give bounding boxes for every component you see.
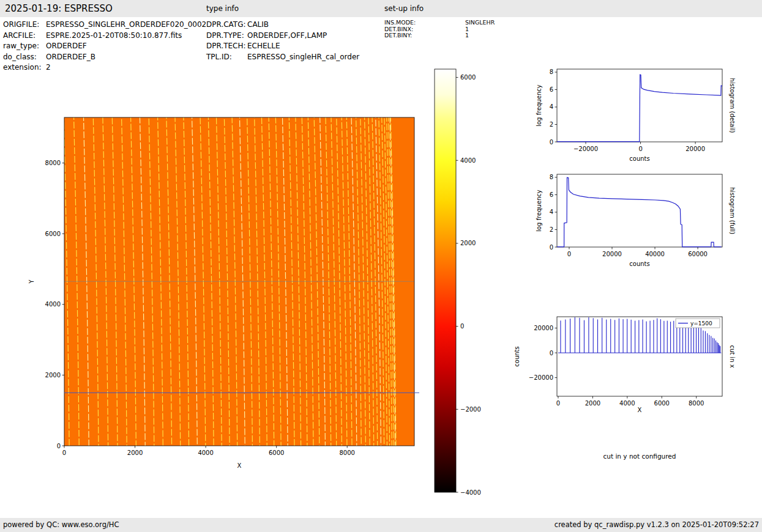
meta-row-origfile: ORIGFILE: ESPRESSO_SINGLEHR_ORDERDEF020_… xyxy=(3,20,206,31)
cut-in-y-note: cut in y not configured xyxy=(603,453,676,460)
cut-in-x-legend: y=1500 xyxy=(676,319,720,328)
svg-text:4000: 4000 xyxy=(45,301,61,308)
svg-text:−2000: −2000 xyxy=(460,406,481,413)
svg-text:X: X xyxy=(237,462,242,469)
svg-text:log frequency: log frequency xyxy=(536,84,542,127)
svg-text:0: 0 xyxy=(550,244,553,251)
colorbar: 6000400020000−2000−4000 xyxy=(435,69,481,496)
svg-text:0: 0 xyxy=(550,350,553,357)
file-info-column: ORIGFILE: ESPRESSO_SINGLEHR_ORDERDEF020_… xyxy=(3,20,206,73)
svg-text:8000: 8000 xyxy=(689,400,704,407)
svg-text:−20000: −20000 xyxy=(573,146,598,152)
svg-text:0: 0 xyxy=(550,139,553,146)
histogram-detail-plot: −2000002000002468countslog frequencyhist… xyxy=(536,68,736,162)
svg-text:0: 0 xyxy=(638,146,642,152)
meta-value-rawtype: ORDERDEF xyxy=(46,41,87,52)
svg-text:0: 0 xyxy=(556,400,560,407)
meta-row-arcfile: ARCFILE: ESPRE.2025-01-20T08:50:10.877.f… xyxy=(3,31,206,42)
type-info-heading: type info xyxy=(206,4,239,13)
meta-label-detbiny: DET.BINY: xyxy=(384,32,465,39)
svg-text:4000: 4000 xyxy=(198,449,213,456)
svg-text:4: 4 xyxy=(550,209,553,215)
svg-text:6000: 6000 xyxy=(654,400,670,407)
svg-text:8000: 8000 xyxy=(45,160,61,166)
page-title: 2025-01-19: ESPRESSO xyxy=(5,3,113,14)
svg-text:6000: 6000 xyxy=(460,74,476,81)
header-bar: 2025-01-19: ESPRESSO type info set-up in… xyxy=(0,0,762,17)
meta-row-detbiny: DET.BINY: 1 xyxy=(384,32,495,39)
svg-text:histogram (detail): histogram (detail) xyxy=(729,78,736,133)
svg-text:0: 0 xyxy=(57,443,61,449)
svg-text:2000: 2000 xyxy=(45,372,61,379)
meta-row-tplid: TPL.ID: ESPRESSO_singleHR_cal_order xyxy=(206,52,359,63)
footer-created-by: created by qc_rawdisp.py v1.2.3 on 2025-… xyxy=(555,520,759,529)
setup-info-heading: set-up info xyxy=(384,4,424,13)
svg-text:0: 0 xyxy=(460,323,464,330)
meta-row-doclass: do_class: ORDERDEF_B xyxy=(3,52,206,63)
type-info-column: DPR.CATG: CALIB DPR.TYPE: ORDERDEF,OFF,L… xyxy=(206,20,359,62)
setup-info-column: INS.MODE: SINGLEHR DET.BINX: 1 DET.BINY:… xyxy=(384,20,495,39)
svg-text:8: 8 xyxy=(550,68,553,75)
svg-text:6000: 6000 xyxy=(269,449,284,456)
svg-text:histogram (full): histogram (full) xyxy=(729,187,736,234)
svg-text:2000: 2000 xyxy=(127,449,143,456)
footer-qc-link-text: powered by QC: www.eso.org/HC xyxy=(3,520,119,529)
svg-text:20000: 20000 xyxy=(602,251,622,257)
svg-text:cut in x: cut in x xyxy=(729,345,736,368)
cut-in-x-plot: 02000400060008000−20000020000Xcountscut … xyxy=(514,317,736,413)
meta-label-origfile: ORIGFILE: xyxy=(3,20,46,31)
meta-value-tplid: ESPRESSO_singleHR_cal_order xyxy=(247,52,359,63)
meta-value-insmode: SINGLEHR xyxy=(465,20,495,26)
meta-value-extension: 2 xyxy=(46,62,51,73)
svg-text:6: 6 xyxy=(550,86,553,93)
svg-text:counts: counts xyxy=(629,155,649,162)
meta-label-arcfile: ARCFILE: xyxy=(3,31,46,42)
meta-value-detbiny: 1 xyxy=(465,32,469,39)
meta-row-insmode: INS.MODE: SINGLEHR xyxy=(384,20,495,26)
meta-label-extension: extension: xyxy=(3,62,46,73)
svg-text:4000: 4000 xyxy=(619,400,635,407)
meta-label-dprtype: DPR.TYPE: xyxy=(206,31,247,42)
meta-label-dprcatg: DPR.CATG: xyxy=(206,20,247,31)
svg-text:X: X xyxy=(638,407,642,413)
svg-text:2000: 2000 xyxy=(585,400,600,407)
meta-label-rawtype: raw_type: xyxy=(3,41,46,52)
svg-text:log frequency: log frequency xyxy=(536,190,542,232)
svg-text:4: 4 xyxy=(550,103,553,110)
svg-text:0: 0 xyxy=(62,449,66,456)
svg-text:60000: 60000 xyxy=(688,251,708,257)
histogram-full-plot: 020000400006000002468countslog frequency… xyxy=(536,174,736,267)
meta-label-insmode: INS.MODE: xyxy=(384,20,465,26)
meta-label-doclass: do_class: xyxy=(3,52,46,63)
echelle-orders-image xyxy=(64,117,414,446)
svg-text:counts: counts xyxy=(629,260,649,267)
svg-text:2: 2 xyxy=(550,226,553,233)
meta-value-dprcatg: CALIB xyxy=(247,20,269,31)
svg-text:20000: 20000 xyxy=(685,146,705,152)
svg-text:4000: 4000 xyxy=(460,157,476,164)
meta-row-extension: extension: 2 xyxy=(3,62,206,73)
svg-text:6000: 6000 xyxy=(45,231,61,237)
meta-value-arcfile: ESPRE.2025-01-20T08:50:10.877.fits xyxy=(46,31,182,42)
raw-image-plot: 0200040006000800002000400060008000XY xyxy=(28,117,419,469)
svg-text:6: 6 xyxy=(550,191,553,198)
svg-text:counts: counts xyxy=(514,346,520,366)
meta-value-doclass: ORDERDEF_B xyxy=(46,52,95,63)
meta-label-tplid: TPL.ID: xyxy=(206,52,247,63)
svg-text:Y: Y xyxy=(28,279,35,284)
meta-value-origfile: ESPRESSO_SINGLEHR_ORDERDEF020_0002 xyxy=(46,20,206,31)
meta-row-dprtype: DPR.TYPE: ORDERDEF,OFF,LAMP xyxy=(206,31,359,42)
svg-text:2000: 2000 xyxy=(460,240,476,246)
meta-label-dprtech: DPR.TECH: xyxy=(206,41,247,52)
svg-text:40000: 40000 xyxy=(645,251,665,257)
svg-text:y=1500: y=1500 xyxy=(690,320,712,327)
svg-text:20000: 20000 xyxy=(534,325,553,331)
svg-text:−20000: −20000 xyxy=(529,374,553,381)
svg-text:−4000: −4000 xyxy=(460,489,481,496)
meta-row-dprtech: DPR.TECH: ECHELLE xyxy=(206,41,359,52)
svg-text:2: 2 xyxy=(550,121,553,128)
meta-value-dprtype: ORDERDEF,OFF,LAMP xyxy=(247,31,327,42)
footer-bar: powered by QC: www.eso.org/HC created by… xyxy=(0,518,762,532)
meta-row-rawtype: raw_type: ORDERDEF xyxy=(3,41,206,52)
meta-row-dprcatg: DPR.CATG: CALIB xyxy=(206,20,359,31)
